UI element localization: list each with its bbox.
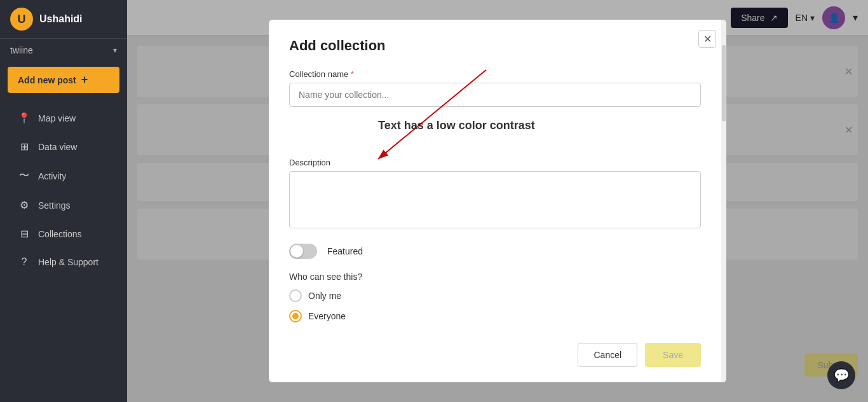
- modal-overlay: Add collection ✕ Collection name *: [127, 0, 868, 402]
- sidebar-item-label: Map view: [38, 113, 76, 123]
- main-content: Share ↗ EN ▾ 👤 ▾ ✕ ✕ Submit Add collecti…: [127, 0, 868, 402]
- map-icon: 📍: [18, 112, 31, 124]
- cancel-button[interactable]: Cancel: [578, 343, 637, 367]
- annotation-container: Text has a low color contrast: [289, 83, 701, 107]
- radio-everyone[interactable]: Everyone: [289, 310, 701, 322]
- add-collection-modal: Add collection ✕ Collection name *: [269, 20, 726, 382]
- description-textarea[interactable]: [289, 171, 701, 228]
- sidebar-item-data-view[interactable]: ⊞ Data view: [5, 133, 122, 160]
- required-marker: *: [351, 69, 354, 79]
- radio-only-me-label: Only me: [308, 291, 341, 301]
- sidebar: U Ushahidi twiine ▾ Add new post + 📍 Map…: [0, 0, 127, 402]
- chat-bubble-button[interactable]: 💬: [827, 361, 855, 389]
- radio-only-me[interactable]: Only me: [289, 289, 701, 302]
- description-group: Description: [289, 158, 701, 231]
- chevron-down-icon: ▾: [113, 46, 117, 55]
- plus-icon: +: [81, 73, 88, 87]
- sidebar-item-map-view[interactable]: 📍 Map view: [5, 104, 122, 132]
- sidebar-item-label: Activity: [38, 171, 66, 181]
- sidebar-item-activity[interactable]: 〜 Activity: [5, 162, 122, 190]
- modal-close-button[interactable]: ✕: [698, 30, 716, 48]
- modal-body: Add collection ✕ Collection name *: [269, 20, 721, 382]
- svg-line-1: [378, 70, 486, 159]
- save-button[interactable]: Save: [645, 343, 701, 367]
- chat-icon: 💬: [834, 368, 850, 383]
- settings-icon: ⚙: [18, 199, 31, 211]
- sidebar-item-label: Settings: [38, 200, 71, 211]
- sidebar-item-label: Collections: [38, 229, 81, 239]
- radio-only-me-circle[interactable]: [289, 289, 302, 302]
- sidebar-nav: 📍 Map view ⊞ Data view 〜 Activity ⚙ Sett…: [0, 98, 127, 402]
- sidebar-item-label: Help & Support: [38, 257, 98, 267]
- workspace-name: twiine: [10, 45, 33, 55]
- add-post-label: Add new post: [18, 75, 76, 85]
- sidebar-item-label: Data view: [38, 142, 77, 152]
- modal-title: Add collection: [289, 38, 701, 54]
- collection-name-group: Collection name *: [289, 69, 701, 107]
- featured-label: Featured: [327, 246, 363, 256]
- help-icon: ?: [18, 256, 31, 268]
- modal-scrollbar[interactable]: [721, 20, 726, 382]
- radio-everyone-label: Everyone: [308, 311, 346, 321]
- app-brand: Ushahidi: [39, 13, 83, 25]
- radio-everyone-circle[interactable]: [289, 310, 302, 322]
- scrollbar-thumb: [722, 45, 726, 121]
- collections-icon: ⊟: [18, 228, 31, 240]
- who-can-see-label: Who can see this?: [289, 272, 701, 282]
- app-logo: U: [10, 8, 33, 31]
- collection-name-input[interactable]: [289, 83, 701, 107]
- sidebar-item-settings[interactable]: ⚙ Settings: [5, 191, 122, 219]
- visibility-group: Who can see this? Only me Everyone: [289, 272, 701, 322]
- sidebar-item-collections[interactable]: ⊟ Collections: [5, 220, 122, 247]
- featured-toggle[interactable]: [289, 244, 317, 259]
- modal-footer: Cancel Save: [289, 338, 701, 367]
- activity-icon: 〜: [18, 169, 31, 183]
- workspace-selector[interactable]: twiine ▾: [0, 39, 127, 62]
- description-label: Description: [289, 158, 701, 167]
- collection-name-label: Collection name *: [289, 69, 701, 79]
- data-view-icon: ⊞: [18, 141, 31, 153]
- sidebar-header: U Ushahidi: [0, 0, 127, 39]
- annotation-text: Text has a low color contrast: [378, 119, 535, 132]
- add-new-post-button[interactable]: Add new post +: [8, 67, 119, 93]
- sidebar-item-help[interactable]: ? Help & Support: [5, 249, 122, 275]
- featured-toggle-row: Featured: [289, 244, 701, 259]
